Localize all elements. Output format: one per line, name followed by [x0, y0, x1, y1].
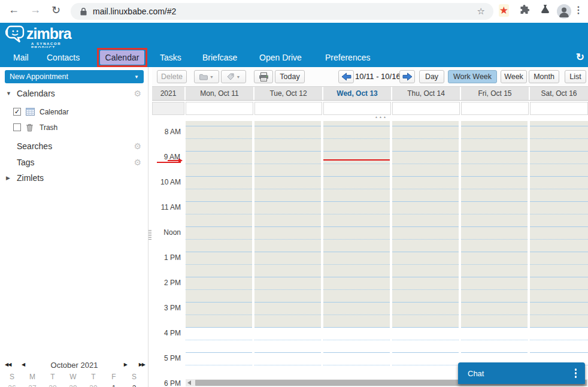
calendar-time-slot[interactable]	[530, 277, 588, 289]
calendar-time-slot[interactable]	[461, 201, 528, 214]
minical-day-26[interactable]: 26	[2, 382, 22, 387]
calendar-time-slot[interactable]	[254, 277, 321, 289]
calendar-time-slot[interactable]	[186, 151, 252, 164]
calendar-time-slot[interactable]	[461, 126, 528, 138]
day-header-wed-today[interactable]: Wed, Oct 13	[323, 87, 391, 100]
tab-mail[interactable]: Mail	[13, 48, 29, 67]
all-day-cell[interactable]	[461, 102, 529, 115]
browser-back-icon[interactable]: ←	[8, 4, 19, 16]
calendar-time-slot[interactable]	[186, 176, 252, 189]
calendar-time-slot[interactable]	[186, 277, 252, 289]
calendar-time-slot[interactable]	[461, 264, 528, 277]
calendar-time-slot[interactable]	[323, 176, 390, 189]
calendar-time-slot[interactable]	[530, 189, 588, 201]
view-work-week-button[interactable]: Work Week	[448, 70, 497, 83]
calendar-time-slot[interactable]	[323, 226, 390, 239]
calendar-time-slot[interactable]	[392, 289, 459, 302]
calendar-time-slot[interactable]	[392, 126, 459, 138]
calendar-time-slot[interactable]	[530, 201, 588, 214]
calendar-time-slot[interactable]	[392, 264, 459, 277]
calendar-time-slot[interactable]	[186, 214, 252, 226]
calendar-time-slot[interactable]	[530, 327, 588, 340]
calendar-time-slot[interactable]	[186, 264, 252, 277]
calendar-time-slot[interactable]	[254, 239, 321, 252]
calendar-time-slot[interactable]	[323, 151, 390, 164]
browser-menu-icon[interactable]: ⋮	[574, 4, 583, 16]
tag-button[interactable]: ▼	[221, 70, 246, 83]
calendar-time-slot[interactable]	[254, 201, 321, 214]
calendar-time-slot[interactable]	[254, 138, 321, 151]
calendar-time-slot[interactable]	[392, 138, 459, 151]
calendar-time-slot[interactable]	[530, 226, 588, 239]
minical-day-29[interactable]: 29	[63, 382, 83, 387]
calendar-time-slot[interactable]	[323, 327, 390, 340]
minical-day-28[interactable]: 28	[43, 382, 63, 387]
all-day-cell[interactable]	[323, 102, 391, 115]
calendar-time-slot[interactable]	[254, 189, 321, 201]
calendar-time-slot[interactable]	[254, 151, 321, 164]
calendar-time-slot[interactable]	[186, 289, 252, 302]
all-day-cell[interactable]	[186, 102, 253, 115]
calendar-time-slot[interactable]	[254, 252, 321, 264]
all-day-cell[interactable]	[530, 102, 588, 115]
calendar-time-slot[interactable]	[186, 352, 252, 365]
extension-flask-icon[interactable]	[541, 4, 550, 14]
calendar-time-slot[interactable]	[186, 138, 252, 151]
minical-day-1[interactable]: 1	[104, 382, 124, 387]
extensions-puzzle-icon[interactable]	[519, 4, 529, 14]
calendar-time-slot[interactable]	[323, 277, 390, 289]
calendar-time-slot[interactable]	[254, 164, 321, 176]
calendar-time-slot[interactable]	[392, 176, 459, 189]
calendar-time-slot[interactable]	[323, 164, 390, 176]
calendar-time-slot[interactable]	[392, 340, 459, 352]
view-month-button[interactable]: Month	[529, 70, 559, 83]
calendar-time-slot[interactable]	[530, 164, 588, 176]
calendar-time-slot[interactable]	[186, 164, 252, 176]
calendar-time-slot[interactable]	[323, 289, 390, 302]
calendar-time-slot[interactable]	[186, 201, 252, 214]
calendar-time-slot[interactable]	[254, 264, 321, 277]
collapse-triangle-icon[interactable]: ▼	[6, 90, 11, 96]
calendar-time-slot[interactable]	[392, 315, 459, 327]
chat-menu-icon[interactable]	[575, 368, 577, 378]
calendar-time-slot[interactable]	[186, 189, 252, 201]
calendar-time-slot[interactable]	[323, 214, 390, 226]
calendar-time-slot[interactable]	[530, 239, 588, 252]
calendar-time-slot[interactable]	[254, 226, 321, 239]
day-header-tue[interactable]: Tue, Oct 12	[254, 87, 322, 100]
calendar-time-slot[interactable]	[186, 315, 252, 327]
minical-day-30[interactable]: 30	[83, 382, 104, 387]
calendar-time-slot[interactable]	[186, 252, 252, 264]
calendar-time-slot[interactable]	[323, 352, 390, 365]
calendar-time-slot[interactable]	[254, 289, 321, 302]
calendar-time-slot[interactable]	[323, 365, 390, 377]
calendar-time-slot[interactable]	[461, 214, 528, 226]
calendar-time-slot[interactable]	[461, 176, 528, 189]
bookmark-star-icon[interactable]: ☆	[477, 6, 485, 17]
calendar-time-slot[interactable]	[392, 214, 459, 226]
gear-icon[interactable]: ⚙	[134, 89, 141, 98]
next-week-button[interactable]	[399, 70, 415, 83]
delete-button[interactable]: Delete	[157, 70, 187, 83]
calendar-time-slot[interactable]	[392, 327, 459, 340]
browser-reload-icon[interactable]: ↻	[51, 4, 60, 17]
calendar-time-slot[interactable]	[530, 302, 588, 315]
tab-briefcase[interactable]: Briefcase	[202, 48, 237, 67]
calendar-time-slot[interactable]	[461, 226, 528, 239]
calendar-time-slot[interactable]	[186, 340, 252, 352]
calendar-time-slot[interactable]	[461, 164, 528, 176]
calendar-time-slot[interactable]	[323, 138, 390, 151]
calendar-time-slot[interactable]	[323, 189, 390, 201]
day-header-mon[interactable]: Mon, Oct 11	[186, 87, 253, 100]
calendar-time-slot[interactable]	[323, 264, 390, 277]
calendar-time-slot[interactable]	[254, 340, 321, 352]
calendar-time-slot[interactable]	[392, 352, 459, 365]
today-button[interactable]: Today	[275, 70, 305, 83]
url-text[interactable]: mail.linuxbabe.com/#2	[93, 7, 477, 16]
sidebar-item-calendar[interactable]: ✓ Calendar	[0, 107, 148, 117]
calendar-time-slot[interactable]	[254, 176, 321, 189]
calendar-time-slot[interactable]	[323, 340, 390, 352]
calendar-time-slot[interactable]	[186, 239, 252, 252]
profile-avatar[interactable]	[557, 4, 571, 19]
calendar-time-slot[interactable]	[392, 365, 459, 377]
